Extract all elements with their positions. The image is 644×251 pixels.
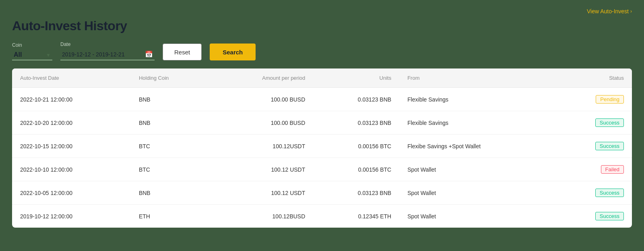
table-row: 2022-10-15 12:00:00 BTC 100.12USDT 0.001… [12, 135, 632, 158]
cell-from: Flexibe Savings +Spot Wallet [399, 135, 554, 158]
cell-status: Success [554, 111, 632, 135]
cell-units: 0.03123 BNB [313, 181, 399, 205]
cell-status: Failed [554, 158, 632, 181]
reset-button[interactable]: Reset [163, 44, 202, 60]
cell-amount: 100.12 USDT [211, 158, 313, 181]
table-row: 2022-10-10 12:00:00 BTC 100.12 USDT 0.00… [12, 158, 632, 181]
status-badge: Failed [601, 165, 624, 174]
filters-row: Coin All BNB BTC ETH ▼ Date 📅 Reset Sear… [12, 41, 632, 60]
cell-from: Flexible Savings [399, 111, 554, 135]
cell-coin: ETH [131, 205, 211, 228]
cell-units: 0.03123 BNB [313, 88, 399, 111]
cell-amount: 100.12BUSD [211, 205, 313, 228]
cell-amount: 100.12 USDT [211, 181, 313, 205]
cell-units: 0.00156 BTC [313, 158, 399, 181]
arrow-icon: › [630, 8, 632, 14]
cell-date: 2022-10-21 12:00:00 [12, 88, 131, 111]
table-header: Auto-Invest Date Holding Coin Amount per… [12, 68, 632, 88]
cell-amount: 100.00 BUSD [211, 111, 313, 135]
table-body: 2022-10-21 12:00:00 BNB 100.00 BUSD 0.03… [12, 88, 632, 228]
cell-amount: 100.00 BUSD [211, 88, 313, 111]
coin-select[interactable]: All BNB BTC ETH [12, 50, 52, 60]
status-badge: Success [595, 118, 624, 127]
cell-date: 2022-10-15 12:00:00 [12, 135, 131, 158]
page-title: Auto-Invest History [12, 19, 632, 33]
status-badge: Success [595, 142, 624, 150]
status-badge: Success [595, 189, 624, 197]
calendar-icon[interactable]: 📅 [145, 50, 153, 58]
col-header-date: Auto-Invest Date [12, 68, 131, 88]
cell-from: Spot Wallet [399, 205, 554, 228]
status-badge: Pending [596, 95, 624, 104]
date-input-wrapper: 📅 [60, 49, 155, 60]
cell-date: 2019-10-12 12:00:00 [12, 205, 131, 228]
col-header-amount: Amount per period [211, 68, 313, 88]
table-row: 2022-10-20 12:00:00 BNB 100.00 BUSD 0.03… [12, 111, 632, 135]
cell-units: 0.03123 BNB [313, 111, 399, 135]
table-row: 2019-10-12 12:00:00 ETH 100.12BUSD 0.123… [12, 205, 632, 228]
table-row: 2022-10-21 12:00:00 BNB 100.00 BUSD 0.03… [12, 88, 632, 111]
cell-coin: BNB [131, 88, 211, 111]
col-header-from: From [399, 68, 554, 88]
col-header-status: Status [554, 68, 632, 88]
cell-status: Success [554, 135, 632, 158]
cell-from: Spot Wallet [399, 158, 554, 181]
status-badge: Success [595, 212, 624, 220]
cell-date: 2022-10-10 12:00:00 [12, 158, 131, 181]
cell-status: Success [554, 181, 632, 205]
cell-coin: BNB [131, 181, 211, 205]
cell-date: 2022-10-05 12:00:00 [12, 181, 131, 205]
coin-filter-group: Coin All BNB BTC ETH ▼ [12, 42, 52, 60]
coin-label: Coin [12, 42, 52, 48]
cell-date: 2022-10-20 12:00:00 [12, 111, 131, 135]
col-header-units: Units [313, 68, 399, 88]
date-label: Date [60, 41, 155, 47]
date-range-input[interactable] [62, 51, 142, 58]
cell-units: 0.12345 ETH [313, 205, 399, 228]
cell-units: 0.00156 BTC [313, 135, 399, 158]
coin-select-wrapper: All BNB BTC ETH ▼ [12, 50, 52, 60]
cell-from: Spot Wallet [399, 181, 554, 205]
table-container: Auto-Invest Date Holding Coin Amount per… [12, 68, 632, 228]
date-filter-group: Date 📅 [60, 41, 155, 60]
auto-invest-table: Auto-Invest Date Holding Coin Amount per… [12, 68, 632, 228]
cell-from: Flexible Savings [399, 88, 554, 111]
search-button[interactable]: Search [210, 44, 256, 60]
cell-amount: 100.12USDT [211, 135, 313, 158]
col-header-coin: Holding Coin [131, 68, 211, 88]
view-auto-invest-link[interactable]: View Auto-Invest › [587, 8, 632, 15]
cell-coin: BTC [131, 158, 211, 181]
cell-status: Success [554, 205, 632, 228]
cell-coin: BNB [131, 111, 211, 135]
view-auto-invest-label: View Auto-Invest [587, 8, 629, 15]
cell-status: Pending [554, 88, 632, 111]
cell-coin: BTC [131, 135, 211, 158]
table-row: 2022-10-05 12:00:00 BNB 100.12 USDT 0.03… [12, 181, 632, 205]
